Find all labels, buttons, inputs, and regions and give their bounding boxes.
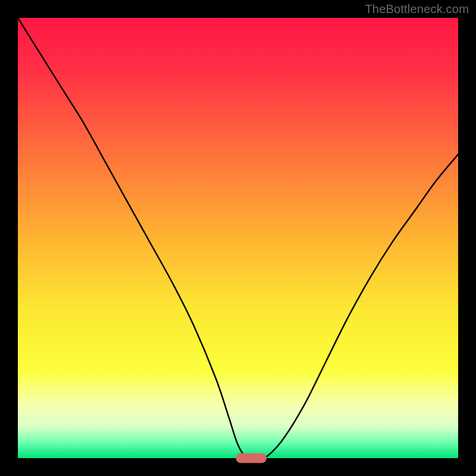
optimal-marker <box>236 453 267 463</box>
plot-background <box>18 18 458 458</box>
watermark-text: TheBottleneck.com <box>365 2 469 16</box>
bottleneck-chart <box>0 0 476 476</box>
chart-frame: TheBottleneck.com <box>0 0 476 476</box>
